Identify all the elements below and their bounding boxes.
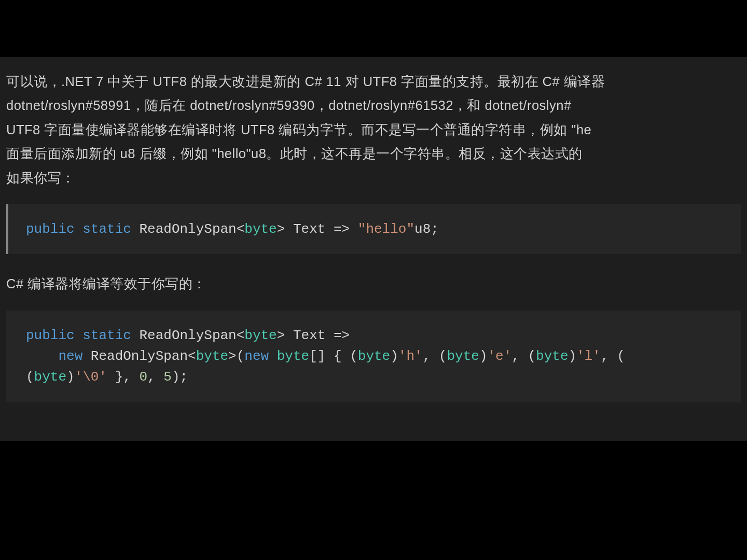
cast-byte: byte	[358, 348, 390, 364]
comma: , (	[423, 348, 447, 364]
paragraph-line: 面量后面添加新的 u8 后缀，例如 "hello"u8。此时，这不再是一个字符串…	[6, 142, 741, 165]
paragraph-line: 如果你写：	[6, 166, 741, 190]
tail-close: );	[172, 369, 188, 385]
type-byte: byte	[244, 328, 276, 343]
keyword-public: public	[26, 328, 75, 343]
char-e: 'e'	[487, 348, 511, 364]
suffix-u8: u8	[414, 221, 431, 237]
keyword-public: public	[26, 221, 75, 237]
num-5: 5	[163, 369, 172, 385]
paragraph-line: 可以说，.NET 7 中关于 UTF8 的最大改进是新的 C# 11 对 UTF…	[6, 69, 741, 93]
angle-close: >(	[228, 348, 244, 364]
string-hello: "hello"	[358, 221, 414, 237]
article-body: 可以说，.NET 7 中关于 UTF8 的最大改进是新的 C# 11 对 UTF…	[0, 57, 747, 441]
cast-byte: byte	[536, 348, 568, 364]
keyword-new: new	[244, 348, 269, 364]
angle-close: >	[277, 221, 285, 237]
cast-byte: byte	[34, 369, 66, 385]
arrow: =>	[334, 328, 350, 343]
char-l: 'l'	[576, 348, 601, 364]
close-paren: )	[66, 369, 75, 385]
identifier-text: Text	[293, 221, 325, 237]
type-byte: byte	[244, 221, 276, 237]
angle-open: <	[237, 221, 245, 237]
semicolon: ;	[431, 221, 439, 237]
char-nul: '\0'	[75, 369, 107, 385]
paragraph-line: dotnet/roslyn#58991，随后在 dotnet/roslyn#59…	[6, 93, 741, 117]
code-block-1: public static ReadOnlySpan<byte> Text =>…	[6, 204, 741, 254]
array-open: [] { (	[309, 348, 358, 364]
comma: , (	[511, 348, 536, 364]
comma: ,	[147, 369, 163, 385]
num-0: 0	[139, 369, 147, 385]
close-paren: )	[390, 348, 398, 364]
keyword-static: static	[82, 221, 131, 237]
keyword-static: static	[82, 328, 131, 343]
type-byte: byte	[277, 348, 309, 364]
keyword-new: new	[58, 348, 82, 364]
type-readonlyspan: ReadOnlySpan	[139, 328, 236, 343]
paragraph-line: UTF8 字面量使编译器能够在编译时将 UTF8 编码为字节。而不是写一个普通的…	[6, 118, 741, 142]
code-block-2: public static ReadOnlySpan<byte> Text =>…	[6, 311, 741, 402]
char-h: 'h'	[398, 348, 423, 364]
type-readonlyspan: ReadOnlySpan	[91, 348, 188, 364]
arrow: =>	[334, 221, 350, 237]
identifier-text: Text	[293, 328, 325, 343]
angle-open: <	[188, 348, 196, 364]
close-paren: )	[479, 348, 488, 364]
comma: , (	[601, 348, 625, 364]
angle-open: <	[237, 328, 245, 343]
cast-byte: byte	[447, 348, 479, 364]
open-paren: (	[26, 369, 34, 385]
tail: },	[107, 369, 139, 385]
type-byte: byte	[196, 348, 228, 364]
close-paren: )	[569, 348, 577, 364]
type-readonlyspan: ReadOnlySpan	[139, 221, 236, 237]
angle-close: >	[277, 328, 285, 343]
paragraph-2: C# 编译器将编译等效于你写的：	[6, 272, 741, 296]
